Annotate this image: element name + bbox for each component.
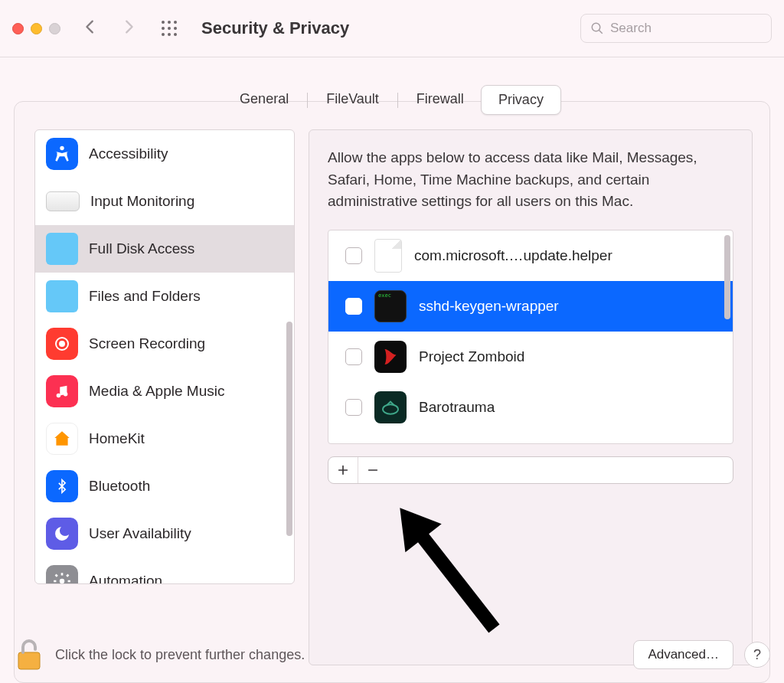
add-button[interactable] — [328, 457, 358, 483]
help-button[interactable]: ? — [744, 642, 770, 668]
sidebar-item-homekit[interactable]: HomeKit — [35, 415, 294, 462]
sidebar-item-media-apple-music[interactable]: Media & Apple Music — [35, 368, 294, 415]
document-icon — [374, 239, 402, 273]
sidebar-item-label: Accessibility — [89, 145, 168, 162]
tab-firewall[interactable]: Firewall — [400, 85, 481, 115]
app-row[interactable]: com.microsoft.…update.helper — [328, 230, 733, 281]
settings-panel: Accessibility Input Monitoring Full Disk… — [14, 101, 770, 683]
main-content: Allow the apps below to access data like… — [309, 129, 753, 665]
accessibility-icon — [46, 138, 78, 170]
app-row[interactable]: Barotrauma — [328, 382, 733, 433]
svg-point-7 — [168, 33, 171, 36]
add-remove-buttons — [328, 456, 733, 484]
tab-bar: General FileVault Firewall Privacy — [14, 85, 770, 115]
sidebar-item-label: Automation — [89, 573, 162, 584]
sidebar-item-label: Files and Folders — [89, 288, 201, 305]
svg-point-13 — [60, 342, 64, 346]
svg-point-0 — [162, 21, 165, 24]
scrollbar[interactable] — [724, 235, 730, 319]
back-button[interactable] — [82, 18, 99, 38]
checkbox[interactable] — [345, 298, 362, 315]
svg-point-9 — [592, 23, 600, 31]
scrollbar[interactable] — [286, 322, 292, 536]
app-row[interactable]: sshd-keygen-wrapper — [328, 281, 733, 332]
pz-icon — [374, 341, 407, 373]
forward-button[interactable] — [120, 18, 137, 38]
gear-icon — [46, 565, 78, 584]
lock-text: Click the lock to prevent further change… — [55, 647, 305, 663]
close-window-button[interactable] — [12, 23, 24, 34]
sidebar-item-label: HomeKit — [89, 430, 145, 447]
music-icon — [46, 375, 78, 407]
search-placeholder: Search — [610, 21, 652, 36]
search-input[interactable]: Search — [580, 14, 772, 43]
bluetooth-icon — [46, 470, 78, 502]
svg-point-2 — [174, 21, 177, 24]
sidebar-item-user-availability[interactable]: User Availability — [35, 510, 294, 557]
sidebar-item-label: Input Monitoring — [90, 193, 194, 210]
svg-point-1 — [168, 21, 171, 24]
sidebar-item-screen-recording[interactable]: Screen Recording — [35, 320, 294, 368]
svg-point-5 — [174, 27, 177, 30]
checkbox[interactable] — [345, 399, 362, 416]
sidebar-item-full-disk-access[interactable]: Full Disk Access — [35, 225, 294, 273]
sidebar-item-input-monitoring[interactable]: Input Monitoring — [35, 178, 294, 225]
privacy-categories-list[interactable]: Accessibility Input Monitoring Full Disk… — [34, 129, 295, 584]
sidebar-item-label: Screen Recording — [89, 335, 205, 352]
svg-point-11 — [60, 146, 64, 150]
svg-point-16 — [60, 579, 65, 584]
minimize-window-button[interactable] — [31, 23, 42, 34]
tab-privacy[interactable]: Privacy — [481, 85, 561, 115]
advanced-button[interactable]: Advanced… — [633, 640, 733, 669]
sidebar-item-files-and-folders[interactable]: Files and Folders — [35, 273, 294, 320]
tab-filevault[interactable]: FileVault — [309, 85, 396, 115]
app-list[interactable]: com.microsoft.…update.helper sshd-keygen… — [328, 230, 733, 444]
sidebar-item-label: Bluetooth — [89, 478, 150, 495]
app-name: com.microsoft.…update.helper — [414, 247, 612, 264]
folder-icon — [46, 280, 78, 312]
screen-recording-icon — [46, 328, 78, 360]
show-all-button[interactable] — [160, 19, 178, 38]
zoom-window-button[interactable] — [49, 23, 60, 34]
folder-icon — [46, 233, 78, 265]
titlebar: Security & Privacy Search — [0, 0, 784, 57]
app-name: Barotrauma — [419, 399, 495, 416]
svg-point-3 — [162, 27, 165, 30]
window-controls — [12, 23, 60, 34]
description-text: Allow the apps below to access data like… — [328, 147, 733, 213]
svg-point-14 — [57, 394, 61, 398]
footer: Click the lock to prevent further change… — [14, 637, 770, 672]
svg-point-17 — [383, 404, 398, 414]
checkbox[interactable] — [345, 247, 362, 264]
sidebar-item-automation[interactable]: Automation — [35, 557, 294, 584]
svg-line-10 — [599, 30, 603, 34]
sidebar-item-label: Media & Apple Music — [89, 383, 224, 400]
checkbox[interactable] — [345, 348, 362, 365]
homekit-icon — [46, 423, 78, 455]
svg-point-4 — [168, 27, 171, 30]
svg-point-6 — [162, 33, 165, 36]
sidebar-item-accessibility[interactable]: Accessibility — [35, 130, 294, 178]
moon-icon — [46, 518, 78, 550]
remove-button[interactable] — [358, 457, 387, 483]
svg-rect-21 — [18, 652, 40, 669]
app-row[interactable]: Project Zomboid — [328, 332, 733, 382]
barotrauma-icon — [374, 391, 407, 423]
sidebar-item-label: User Availability — [89, 525, 191, 542]
tab-general[interactable]: General — [223, 85, 305, 115]
svg-point-15 — [64, 392, 68, 397]
window-title: Security & Privacy — [201, 18, 580, 38]
sidebar-item-bluetooth[interactable]: Bluetooth — [35, 462, 294, 510]
lock-button[interactable] — [14, 637, 44, 672]
terminal-icon — [374, 290, 407, 322]
app-name: Project Zomboid — [419, 348, 524, 365]
svg-point-8 — [174, 33, 177, 36]
keyboard-icon — [46, 191, 80, 211]
sidebar-item-label: Full Disk Access — [89, 240, 194, 257]
app-name: sshd-keygen-wrapper — [419, 298, 559, 315]
